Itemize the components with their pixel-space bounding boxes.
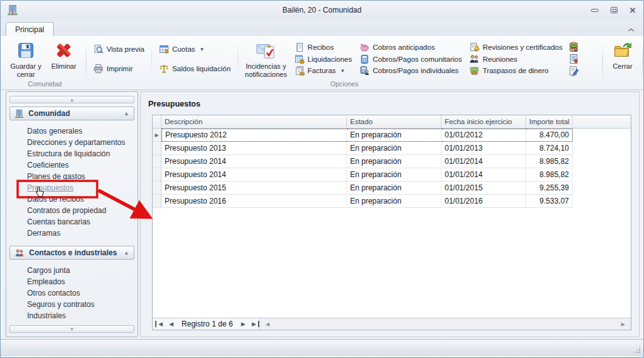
cell-estado[interactable]: En preparación xyxy=(347,155,442,168)
budgets-grid: Descripción Estado Fecha inicio ejercici… xyxy=(152,115,631,330)
invoices-button[interactable]: Facturas ▼ xyxy=(292,65,354,76)
certificate-button[interactable] xyxy=(568,53,580,65)
sidebar-item-datos-generales[interactable]: Datos generales xyxy=(27,125,134,137)
scroll-down-icon: ▼ xyxy=(69,326,74,332)
first-record-icon[interactable]: ◀ xyxy=(155,321,166,327)
cell-descripcion[interactable]: Presupuesto 2012 xyxy=(161,129,347,142)
sidebar-item-planes-gastos[interactable]: Planes de gastos xyxy=(27,171,134,182)
cell-fecha[interactable]: 01/01/2013 xyxy=(442,142,526,155)
sidebar-item-seguros[interactable]: Seguros y contratos xyxy=(27,299,134,310)
cell-estado[interactable]: En preparación xyxy=(347,182,442,195)
close-icon[interactable]: ✕ xyxy=(628,6,637,14)
sidebar-group-contactos[interactable]: Contactos e industriales ▲ xyxy=(9,246,134,260)
cell-importe[interactable]: 8.470,00 xyxy=(526,129,573,142)
cell-estado[interactable]: En preparación xyxy=(347,195,442,208)
resize-grip[interactable] xyxy=(633,346,641,354)
scales-icon xyxy=(159,64,169,74)
table-row[interactable]: Presupuesto 2014 En preparación 01/01/20… xyxy=(153,155,631,168)
cell-estado[interactable]: En preparación xyxy=(347,168,442,182)
cell-fecha[interactable]: 01/01/2014 xyxy=(442,155,526,168)
sidebar-item-cargos-junta[interactable]: Cargos junta xyxy=(27,265,134,276)
delete-button[interactable]: Eliminar xyxy=(45,38,83,79)
individual-payments-button[interactable]: Cobros/Pagos individuales xyxy=(357,65,464,76)
sidebar-item-estructura[interactable]: Estructura de liquidación xyxy=(27,148,134,159)
header-importe[interactable]: Importe total xyxy=(526,115,573,128)
receipts-button[interactable]: Recibos xyxy=(292,42,354,53)
table-row[interactable]: ▶ Presupuesto 2012 En preparación 01/01/… xyxy=(153,129,631,142)
settlements-button[interactable]: € Liquidaciones xyxy=(292,54,354,65)
scroll-left-icon[interactable]: ◀ xyxy=(262,321,272,327)
settlement-balances-button[interactable]: Saldos liquidación xyxy=(156,63,233,74)
reviews-certificates-button[interactable]: Revisiones y certificados xyxy=(467,42,565,53)
cell-descripcion[interactable]: Presupuesto 2014 xyxy=(161,155,347,168)
header-fecha[interactable]: Fecha inicio ejercicio xyxy=(442,115,526,128)
meetings-button[interactable]: Reuniones xyxy=(467,54,565,65)
prev-record-icon[interactable]: ◀ xyxy=(166,321,177,327)
cell-fecha[interactable]: 01/01/2012 xyxy=(442,129,526,142)
sidebar-item-direcciones[interactable]: Direcciones y departamentos xyxy=(27,137,134,148)
cell-importe[interactable]: 8.724,10 xyxy=(526,142,573,155)
incidents-icon xyxy=(255,41,277,60)
cell-importe[interactable]: 9.255,39 xyxy=(526,182,573,195)
print-label: Imprimir xyxy=(107,65,133,72)
close-view-button[interactable]: Cerrar xyxy=(606,38,639,79)
receipts-column: Recibos € Liquidaciones xyxy=(291,38,356,79)
sidebar-item-presupuestos[interactable]: Presupuestos xyxy=(27,182,134,193)
sidebar-item-industriales[interactable]: Industriales xyxy=(27,310,134,321)
cell-descripcion[interactable]: Presupuesto 2016 xyxy=(161,195,347,208)
cell-importe[interactable]: 8.985,82 xyxy=(526,168,573,182)
money-transfers-button[interactable]: Traspasos de dinero xyxy=(467,65,565,76)
calculator-person-icon xyxy=(360,66,370,76)
community-payments-button[interactable]: Cobros/Pagos comunitarios xyxy=(357,54,464,65)
cell-descripcion[interactable]: Presupuesto 2015 xyxy=(161,182,347,195)
quotas-dropdown-icon: ▼ xyxy=(199,47,204,52)
cell-fecha[interactable]: 01/01/2015 xyxy=(442,182,526,195)
header-descripcion[interactable]: Descripción xyxy=(161,115,347,128)
sidebar-item-otros-contactos[interactable]: Otros contactos xyxy=(27,287,134,299)
sidebar-group-comunidad[interactable]: Comunidad ▲ xyxy=(9,107,134,120)
cell-estado[interactable]: En preparación xyxy=(347,142,442,155)
cell-descripcion[interactable]: Presupuesto 2013 xyxy=(161,142,347,155)
community-payments-label: Cobros/Pagos comunitarios xyxy=(373,55,462,63)
sidebar-item-coeficientes[interactable]: Coeficientes xyxy=(27,159,134,171)
cell-fecha[interactable]: 01/01/2014 xyxy=(442,168,526,182)
sidebar-scroll-up[interactable]: ▲ xyxy=(9,96,134,103)
sidebar-item-cuentas[interactable]: Cuentas bancarias xyxy=(27,216,134,228)
minimize-button[interactable] xyxy=(590,6,599,14)
ribbon-collapse-icon[interactable] xyxy=(628,26,635,33)
header-estado[interactable]: Estado xyxy=(347,115,442,128)
sidebar-item-derramas[interactable]: Derramas xyxy=(27,228,134,239)
next-record-icon[interactable]: ▶ xyxy=(238,321,249,327)
scroll-right-icon[interactable]: ▶ xyxy=(618,321,628,327)
sidebar-item-contratos[interactable]: Contratos de propiedad xyxy=(27,205,134,216)
print-button[interactable]: Imprimir xyxy=(91,63,147,74)
cell-importe[interactable]: 9.533,07 xyxy=(526,195,573,208)
last-record-icon[interactable]: ▶ xyxy=(249,321,259,327)
table-row[interactable]: Presupuesto 2013 En preparación 01/01/20… xyxy=(153,142,631,155)
table-row[interactable]: Presupuesto 2015 En preparación 01/01/20… xyxy=(153,182,631,195)
table-row[interactable]: Presupuesto 2016 En preparación 01/01/20… xyxy=(153,195,631,208)
cell-descripcion[interactable]: Presupuesto 2014 xyxy=(161,168,347,182)
sidebar-item-datos-recibos[interactable]: Datos de recibos xyxy=(27,193,134,205)
horizontal-scrollbar[interactable]: ◀ ▶ xyxy=(259,318,631,330)
advance-collections-button[interactable]: Cobros anticipados xyxy=(357,42,464,53)
incidents-notifications-button[interactable]: Incidencias y notificaciones xyxy=(242,38,291,79)
vehicles-clipboard-button[interactable] xyxy=(568,41,580,53)
cell-importe[interactable]: 8.985,82 xyxy=(526,155,573,168)
tab-principal[interactable]: Principal xyxy=(6,22,54,36)
sidebar-item-empleados[interactable]: Empleados xyxy=(27,276,134,287)
maximize-button[interactable] xyxy=(609,6,618,14)
cell-estado[interactable]: En preparación xyxy=(347,129,442,142)
ribbon-separator xyxy=(642,38,643,88)
page-title: Presupuestos xyxy=(147,97,633,115)
individual-payments-label: Cobros/Pagos individuales xyxy=(373,67,459,74)
print-preview-button[interactable]: Vista previa xyxy=(91,43,147,55)
cell-fecha[interactable]: 01/01/2016 xyxy=(442,195,526,208)
sidebar-scroll-down[interactable]: ▼ xyxy=(9,325,134,333)
table-row[interactable]: Presupuesto 2014 En preparación 01/01/20… xyxy=(153,168,631,182)
ribbon: Guardar y cerrar Eliminar Comunidad xyxy=(1,36,643,90)
save-and-close-button[interactable]: Guardar y cerrar xyxy=(7,38,45,79)
piggy-bank-icon xyxy=(360,42,370,52)
tax-document-button[interactable] xyxy=(568,65,580,77)
quotas-button[interactable]: Cuotas ▼ xyxy=(156,43,233,55)
